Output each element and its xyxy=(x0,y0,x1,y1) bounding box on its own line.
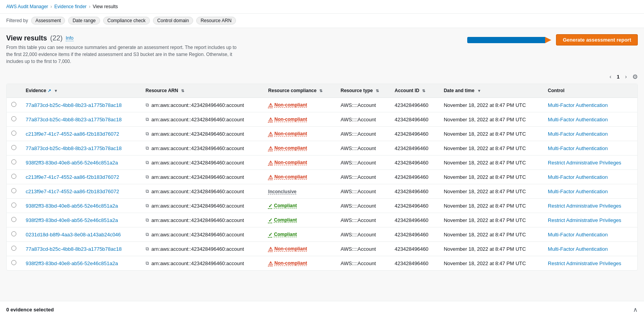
table-row: c213f9e7-41c7-4552-aa86-f2b183d76072⧉arn… xyxy=(7,127,637,141)
copy-icon[interactable]: ⧉ xyxy=(146,145,149,151)
filter-tag-control-domain[interactable]: Control domain xyxy=(153,17,193,24)
row-select-radio[interactable] xyxy=(11,217,16,222)
resource-compliance-sort-icon: ⇅ xyxy=(319,89,322,93)
pagination: ‹ 1 › ⚙ xyxy=(6,70,638,84)
row-select-radio[interactable] xyxy=(11,145,16,150)
filter-tag-date-range[interactable]: Date range xyxy=(68,17,100,24)
table-header-resource-compliance[interactable]: Resource compliance ⇅ xyxy=(264,84,336,98)
arrow-head-icon xyxy=(545,37,551,43)
evidence-link[interactable]: 77a873cd-b25c-4bb8-8b23-a1775b78ac18 xyxy=(26,246,122,252)
copy-icon[interactable]: ⧉ xyxy=(146,174,149,180)
account-id-cell: 423428496460 xyxy=(390,98,439,112)
copy-icon[interactable]: ⧉ xyxy=(146,217,149,223)
control-link[interactable]: Restrict Administrative Privileges xyxy=(548,217,621,223)
page-title: View results xyxy=(6,34,47,42)
control-link[interactable]: Multi-Factor Authentication xyxy=(548,174,608,180)
row-select-radio[interactable] xyxy=(11,188,16,193)
table-row: c213f9e7-41c7-4552-aa86-f2b183d76072⧉arn… xyxy=(7,184,637,199)
control-link[interactable]: Multi-Factor Authentication xyxy=(548,232,608,238)
table-row: 77a873cd-b25c-4bb8-8b23-a1775b78ac18⧉arn… xyxy=(7,98,637,112)
evidence-link[interactable]: 938f2ff3-83bd-40e8-ab56-52e46c851a2a xyxy=(26,160,118,166)
warning-icon: ⚠ xyxy=(268,131,273,137)
copy-icon[interactable]: ⧉ xyxy=(146,189,149,194)
control-link[interactable]: Multi-Factor Authentication xyxy=(548,131,608,137)
table-header-account-id[interactable]: Account ID ⇅ xyxy=(390,84,439,98)
info-link[interactable]: Info xyxy=(66,35,74,41)
evidence-link[interactable]: 0231d18d-b8f9-4aa3-8e08-a143ab24c046 xyxy=(26,232,121,238)
account-id-cell: 423428496460 xyxy=(390,256,439,271)
row-select-radio[interactable] xyxy=(11,159,16,164)
date-time-cell: November 18, 2022 at 8:47 PM UTC xyxy=(439,112,543,127)
date-time-cell: November 18, 2022 at 8:47 PM UTC xyxy=(439,170,543,184)
evidence-link[interactable]: 938f2ff3-83bd-40e8-ab56-52e46c851a2a xyxy=(26,203,118,209)
resource-type-cell: AWS::::Account xyxy=(336,156,390,170)
row-select-radio[interactable] xyxy=(11,246,16,251)
date-time-cell: November 18, 2022 at 8:47 PM UTC xyxy=(439,242,543,256)
copy-icon[interactable]: ⧉ xyxy=(146,260,149,266)
date-time-cell: November 18, 2022 at 8:47 PM UTC xyxy=(439,127,543,141)
table-header-evidence[interactable]: Evidence ↗ ▼ xyxy=(21,84,141,98)
control-link[interactable]: Multi-Factor Authentication xyxy=(548,117,608,122)
row-select-radio[interactable] xyxy=(11,174,16,179)
control-link[interactable]: Restrict Administrative Privileges xyxy=(548,160,621,166)
breadcrumb-aws-audit-manager[interactable]: AWS Audit Manager xyxy=(6,4,48,9)
table-settings-icon[interactable]: ⚙ xyxy=(632,73,638,80)
pagination-next-button[interactable]: › xyxy=(623,73,629,80)
control-link[interactable]: Restrict Administrative Privileges xyxy=(548,260,621,266)
row-select-radio[interactable] xyxy=(11,131,16,136)
copy-icon[interactable]: ⧉ xyxy=(146,246,149,252)
arn-value: arn:aws:account::423428496460:account xyxy=(151,174,244,180)
resource-type-cell: AWS::::Account xyxy=(336,170,390,184)
copy-icon[interactable]: ⧉ xyxy=(146,102,149,108)
row-select-radio[interactable] xyxy=(11,260,16,265)
date-time-cell: November 18, 2022 at 8:47 PM UTC xyxy=(439,184,543,199)
control-link[interactable]: Restrict Administrative Privileges xyxy=(548,203,621,209)
copy-icon[interactable]: ⧉ xyxy=(146,232,149,237)
warning-icon: ⚠ xyxy=(268,160,273,166)
table-header-resource-type[interactable]: Resource type ⇅ xyxy=(336,84,390,98)
evidence-link[interactable]: c213f9e7-41c7-4552-aa86-f2b183d76072 xyxy=(26,131,119,137)
compliance-badge: ✓ Compliant xyxy=(268,217,297,223)
table-header-resource-arn[interactable]: Resource ARN ⇅ xyxy=(141,84,264,98)
row-select-radio[interactable] xyxy=(11,102,16,107)
copy-icon[interactable]: ⧉ xyxy=(146,160,149,165)
control-link[interactable]: Multi-Factor Authentication xyxy=(548,102,608,108)
control-link[interactable]: Multi-Factor Authentication xyxy=(548,189,608,194)
evidence-link[interactable]: 77a873cd-b25c-4bb8-8b23-a1775b78ac18 xyxy=(26,102,122,108)
evidence-link[interactable]: 77a873cd-b25c-4bb8-8b23-a1775b78ac18 xyxy=(26,145,122,151)
breadcrumb-evidence-finder[interactable]: Evidence finder xyxy=(55,4,87,9)
account-id-cell: 423428496460 xyxy=(390,112,439,127)
date-time-cell: November 18, 2022 at 8:47 PM UTC xyxy=(439,199,543,213)
control-link[interactable]: Multi-Factor Authentication xyxy=(548,246,608,252)
control-link[interactable]: Multi-Factor Authentication xyxy=(548,145,608,151)
resource-type-cell: AWS::::Account xyxy=(336,112,390,127)
pagination-prev-button[interactable]: ‹ xyxy=(607,73,614,80)
row-select-radio[interactable] xyxy=(11,231,16,236)
breadcrumb-sep-1: › xyxy=(51,4,52,9)
table-header-date-time[interactable]: Date and time ▼ xyxy=(439,84,543,98)
table-header-row: Evidence ↗ ▼ Resource ARN ⇅ Resource com… xyxy=(7,84,637,98)
filter-tag-assessment[interactable]: Assessment xyxy=(31,17,65,24)
evidence-link[interactable]: 938f2ff3-83bd-40e8-ab56-52e46c851a2a xyxy=(26,260,118,266)
resource-type-cell: AWS::::Account xyxy=(336,98,390,112)
breadcrumb-current: View results xyxy=(93,4,118,9)
row-select-radio[interactable] xyxy=(11,203,16,208)
resource-type-cell: AWS::::Account xyxy=(336,184,390,199)
warning-icon: ⚠ xyxy=(268,246,273,252)
copy-icon[interactable]: ⧉ xyxy=(146,203,149,208)
row-select-radio[interactable] xyxy=(11,116,16,121)
compliance-badge: ⚠ Non-compliant xyxy=(268,160,307,166)
copy-icon[interactable]: ⧉ xyxy=(146,131,149,136)
date-time-cell: November 18, 2022 at 8:47 PM UTC xyxy=(439,213,543,227)
account-id-cell: 423428496460 xyxy=(390,213,439,227)
filter-tag-compliance-check[interactable]: Compliance check xyxy=(103,17,150,24)
evidence-link[interactable]: c213f9e7-41c7-4552-aa86-f2b183d76072 xyxy=(26,189,119,194)
breadcrumb: AWS Audit Manager › Evidence finder › Vi… xyxy=(0,0,644,14)
filter-tag-resource-arn[interactable]: Resource ARN xyxy=(196,17,236,24)
evidence-link[interactable]: 77a873cd-b25c-4bb8-8b23-a1775b78ac18 xyxy=(26,117,122,122)
copy-icon[interactable]: ⧉ xyxy=(146,117,149,122)
evidence-link[interactable]: 938f2ff3-83bd-40e8-ab56-52e46c851a2a xyxy=(26,217,118,223)
resource-type-cell: AWS::::Account xyxy=(336,213,390,227)
evidence-link[interactable]: c213f9e7-41c7-4552-aa86-f2b183d76072 xyxy=(26,174,119,180)
generate-assessment-report-button[interactable]: Generate assessment report xyxy=(556,34,638,45)
